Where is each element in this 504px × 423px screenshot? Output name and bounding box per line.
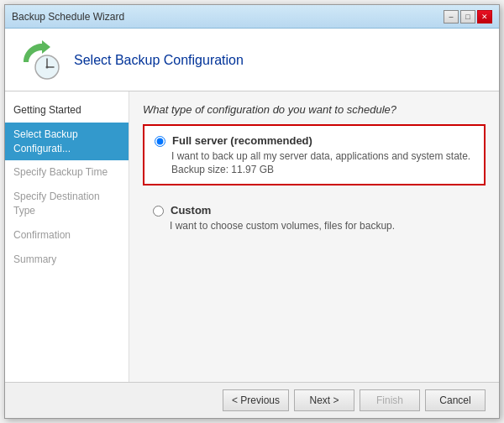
full-server-size: Backup size: 11.97 GB xyxy=(171,164,474,175)
sidebar-item-select-backup[interactable]: Select Backup Configurati... xyxy=(5,123,129,161)
custom-row: Custom xyxy=(153,204,475,217)
full-server-radio[interactable] xyxy=(155,136,165,147)
wizard-icon xyxy=(18,39,62,82)
full-server-row: Full server (recommended) xyxy=(155,134,474,147)
previous-button[interactable]: < Previous xyxy=(223,389,289,411)
wizard-header: Select Backup Configuration xyxy=(5,29,499,91)
custom-label: Custom xyxy=(171,204,211,217)
full-server-description: I want to back up all my server data, ap… xyxy=(171,150,474,162)
minimize-button[interactable]: – xyxy=(444,10,459,24)
cancel-button[interactable]: Cancel xyxy=(425,389,486,411)
question-label: What type of configuration do you want t… xyxy=(143,103,486,116)
content-area: What type of configuration do you want t… xyxy=(129,91,499,382)
custom-description: I want to choose custom volumes, files f… xyxy=(170,220,475,232)
wizard-window: Backup Schedule Wizard – □ ✕ Select Back… xyxy=(4,4,500,419)
main-area: Getting Started Select Backup Configurat… xyxy=(5,91,499,382)
custom-radio[interactable] xyxy=(153,206,164,217)
sidebar-item-getting-started[interactable]: Getting Started xyxy=(5,98,129,123)
close-button[interactable]: ✕ xyxy=(477,10,492,24)
full-server-label: Full server (recommended) xyxy=(172,134,312,147)
wizard-footer: < Previous Next > Finish Cancel xyxy=(5,382,499,418)
sidebar: Getting Started Select Backup Configurat… xyxy=(5,91,129,382)
next-button[interactable]: Next > xyxy=(294,389,354,411)
sidebar-item-summary: Summary xyxy=(5,248,129,272)
custom-option-box: Custom I want to choose custom volumes, … xyxy=(143,196,486,240)
sidebar-item-confirmation: Confirmation xyxy=(5,223,129,248)
sidebar-item-specify-dest: Specify Destination Type xyxy=(5,185,129,223)
full-server-option-box: Full server (recommended) I want to back… xyxy=(143,124,486,185)
page-title: Select Backup Configuration xyxy=(74,53,244,68)
title-bar: Backup Schedule Wizard – □ ✕ xyxy=(5,5,499,29)
window-title: Backup Schedule Wizard xyxy=(12,11,124,23)
maximize-button[interactable]: □ xyxy=(460,10,475,24)
finish-button: Finish xyxy=(360,389,420,411)
window-controls: – □ ✕ xyxy=(444,10,492,24)
sidebar-item-specify-time: Specify Backup Time xyxy=(5,160,129,185)
